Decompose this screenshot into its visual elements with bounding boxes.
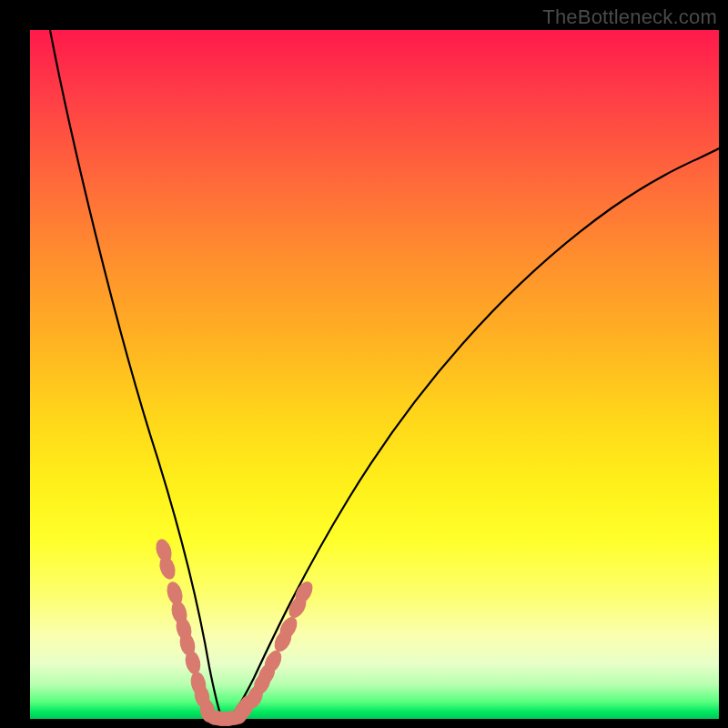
bead-group-right xyxy=(231,579,317,726)
chart-frame: TheBottleneck.com xyxy=(0,0,728,728)
bead-group-left xyxy=(153,537,217,723)
right-curve xyxy=(228,148,719,719)
watermark-text: TheBottleneck.com xyxy=(542,5,717,29)
plot-area xyxy=(30,30,719,719)
curve-layer xyxy=(30,30,719,719)
left-curve xyxy=(50,30,222,719)
